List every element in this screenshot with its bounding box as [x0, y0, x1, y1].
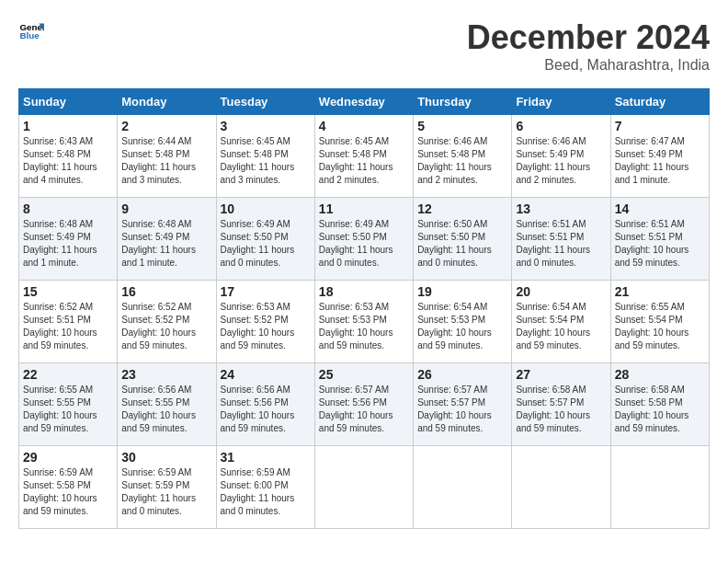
day-number: 31 [221, 450, 311, 465]
col-wednesday: Wednesday [314, 89, 413, 115]
day-number: 27 [516, 367, 606, 382]
day-number: 10 [221, 201, 311, 216]
day-info: Sunrise: 6:52 AM Sunset: 5:51 PM Dayligh… [23, 301, 113, 352]
calendar-cell: 1 Sunrise: 6:43 AM Sunset: 5:48 PM Dayli… [19, 115, 118, 198]
calendar-cell: 31 Sunrise: 6:59 AM Sunset: 6:00 PM Dayl… [216, 446, 314, 529]
day-number: 4 [319, 119, 409, 133]
day-number: 26 [417, 367, 507, 382]
day-number: 25 [319, 367, 409, 382]
svg-text:Blue: Blue [19, 30, 40, 40]
day-info: Sunrise: 6:53 AM Sunset: 5:53 PM Dayligh… [319, 301, 409, 352]
day-number: 18 [319, 284, 409, 299]
calendar-cell: 11 Sunrise: 6:49 AM Sunset: 5:50 PM Dayl… [314, 198, 413, 281]
day-number: 14 [615, 201, 705, 216]
col-friday: Friday [512, 89, 610, 115]
calendar-cell [414, 446, 512, 529]
col-saturday: Saturday [610, 89, 709, 115]
calendar-cell: 5 Sunrise: 6:46 AM Sunset: 5:48 PM Dayli… [414, 115, 512, 198]
col-monday: Monday [118, 89, 216, 115]
calendar-cell [610, 446, 709, 529]
calendar-cell: 3 Sunrise: 6:45 AM Sunset: 5:48 PM Dayli… [216, 115, 314, 198]
col-thursday: Thursday [414, 89, 512, 115]
calendar-cell: 6 Sunrise: 6:46 AM Sunset: 5:49 PM Dayli… [512, 115, 610, 198]
calendar-cell: 30 Sunrise: 6:59 AM Sunset: 5:59 PM Dayl… [118, 446, 216, 529]
calendar-cell: 27 Sunrise: 6:58 AM Sunset: 5:57 PM Dayl… [512, 363, 610, 446]
calendar-cell: 13 Sunrise: 6:51 AM Sunset: 5:51 PM Dayl… [512, 198, 610, 281]
calendar-cell: 25 Sunrise: 6:57 AM Sunset: 5:56 PM Dayl… [314, 363, 413, 446]
day-info: Sunrise: 6:43 AM Sunset: 5:48 PM Dayligh… [23, 135, 113, 187]
calendar-cell: 18 Sunrise: 6:53 AM Sunset: 5:53 PM Dayl… [314, 281, 413, 363]
day-number: 13 [516, 201, 606, 216]
calendar-cell: 17 Sunrise: 6:53 AM Sunset: 5:52 PM Dayl… [216, 281, 314, 363]
day-number: 6 [516, 119, 606, 133]
calendar-cell: 10 Sunrise: 6:49 AM Sunset: 5:50 PM Dayl… [216, 198, 314, 281]
calendar-week-row: 8 Sunrise: 6:48 AM Sunset: 5:49 PM Dayli… [19, 198, 710, 281]
calendar-cell: 26 Sunrise: 6:57 AM Sunset: 5:57 PM Dayl… [414, 363, 512, 446]
day-info: Sunrise: 6:50 AM Sunset: 5:50 PM Dayligh… [417, 218, 507, 270]
day-number: 24 [221, 367, 311, 382]
day-info: Sunrise: 6:58 AM Sunset: 5:58 PM Dayligh… [615, 384, 705, 435]
calendar-week-row: 1 Sunrise: 6:43 AM Sunset: 5:48 PM Dayli… [19, 115, 710, 198]
calendar-week-row: 29 Sunrise: 6:59 AM Sunset: 5:58 PM Dayl… [19, 446, 710, 529]
logo-icon: General Blue [18, 18, 44, 44]
day-info: Sunrise: 6:46 AM Sunset: 5:49 PM Dayligh… [516, 135, 606, 187]
day-info: Sunrise: 6:49 AM Sunset: 5:50 PM Dayligh… [319, 218, 409, 270]
calendar-title: December 2024 [467, 18, 710, 57]
day-info: Sunrise: 6:48 AM Sunset: 5:49 PM Dayligh… [121, 218, 211, 270]
calendar-cell [512, 446, 610, 529]
day-info: Sunrise: 6:47 AM Sunset: 5:49 PM Dayligh… [615, 135, 705, 187]
day-info: Sunrise: 6:45 AM Sunset: 5:48 PM Dayligh… [221, 135, 311, 187]
calendar-cell: 7 Sunrise: 6:47 AM Sunset: 5:49 PM Dayli… [610, 115, 709, 198]
day-info: Sunrise: 6:45 AM Sunset: 5:48 PM Dayligh… [319, 135, 409, 187]
day-number: 15 [23, 284, 113, 299]
calendar-cell: 23 Sunrise: 6:56 AM Sunset: 5:55 PM Dayl… [118, 363, 216, 446]
day-info: Sunrise: 6:54 AM Sunset: 5:53 PM Dayligh… [417, 301, 507, 352]
calendar-subtitle: Beed, Maharashtra, India [467, 57, 710, 74]
calendar-cell: 28 Sunrise: 6:58 AM Sunset: 5:58 PM Dayl… [610, 363, 709, 446]
day-number: 23 [121, 367, 211, 382]
day-number: 11 [319, 201, 409, 216]
calendar-cell: 8 Sunrise: 6:48 AM Sunset: 5:49 PM Dayli… [19, 198, 118, 281]
logo: General Blue [18, 18, 44, 44]
calendar-cell: 19 Sunrise: 6:54 AM Sunset: 5:53 PM Dayl… [414, 281, 512, 363]
day-number: 16 [121, 284, 211, 299]
day-info: Sunrise: 6:56 AM Sunset: 5:56 PM Dayligh… [221, 384, 311, 435]
calendar-cell: 21 Sunrise: 6:55 AM Sunset: 5:54 PM Dayl… [610, 281, 709, 363]
day-number: 1 [23, 119, 113, 133]
col-sunday: Sunday [19, 89, 118, 115]
day-info: Sunrise: 6:56 AM Sunset: 5:55 PM Dayligh… [121, 384, 211, 435]
title-section: December 2024 Beed, Maharashtra, India [467, 18, 710, 74]
day-number: 5 [417, 119, 507, 133]
page-header: General Blue December 2024 Beed, Maharas… [18, 18, 710, 74]
day-number: 21 [615, 284, 705, 299]
day-info: Sunrise: 6:53 AM Sunset: 5:52 PM Dayligh… [221, 301, 311, 352]
calendar-cell: 20 Sunrise: 6:54 AM Sunset: 5:54 PM Dayl… [512, 281, 610, 363]
day-number: 12 [417, 201, 507, 216]
day-number: 30 [121, 450, 211, 465]
day-info: Sunrise: 6:55 AM Sunset: 5:55 PM Dayligh… [23, 384, 113, 435]
day-info: Sunrise: 6:52 AM Sunset: 5:52 PM Dayligh… [121, 301, 211, 352]
calendar-cell: 24 Sunrise: 6:56 AM Sunset: 5:56 PM Dayl… [216, 363, 314, 446]
calendar-week-row: 22 Sunrise: 6:55 AM Sunset: 5:55 PM Dayl… [19, 363, 710, 446]
calendar-cell: 14 Sunrise: 6:51 AM Sunset: 5:51 PM Dayl… [610, 198, 709, 281]
day-info: Sunrise: 6:58 AM Sunset: 5:57 PM Dayligh… [516, 384, 606, 435]
day-info: Sunrise: 6:51 AM Sunset: 5:51 PM Dayligh… [615, 218, 705, 270]
calendar-cell: 29 Sunrise: 6:59 AM Sunset: 5:58 PM Dayl… [19, 446, 118, 529]
calendar-cell: 22 Sunrise: 6:55 AM Sunset: 5:55 PM Dayl… [19, 363, 118, 446]
header-row: Sunday Monday Tuesday Wednesday Thursday… [19, 89, 710, 115]
calendar-cell: 12 Sunrise: 6:50 AM Sunset: 5:50 PM Dayl… [414, 198, 512, 281]
day-number: 19 [417, 284, 507, 299]
day-info: Sunrise: 6:51 AM Sunset: 5:51 PM Dayligh… [516, 218, 606, 270]
col-tuesday: Tuesday [216, 89, 314, 115]
day-number: 7 [615, 119, 705, 133]
day-info: Sunrise: 6:49 AM Sunset: 5:50 PM Dayligh… [221, 218, 311, 270]
calendar-table: Sunday Monday Tuesday Wednesday Thursday… [18, 88, 710, 529]
calendar-cell: 9 Sunrise: 6:48 AM Sunset: 5:49 PM Dayli… [118, 198, 216, 281]
day-number: 28 [615, 367, 705, 382]
day-number: 8 [23, 201, 113, 216]
day-number: 3 [221, 119, 311, 133]
day-info: Sunrise: 6:55 AM Sunset: 5:54 PM Dayligh… [615, 301, 705, 352]
day-info: Sunrise: 6:59 AM Sunset: 6:00 PM Dayligh… [221, 466, 311, 518]
day-info: Sunrise: 6:54 AM Sunset: 5:54 PM Dayligh… [516, 301, 606, 352]
day-number: 2 [121, 119, 211, 133]
